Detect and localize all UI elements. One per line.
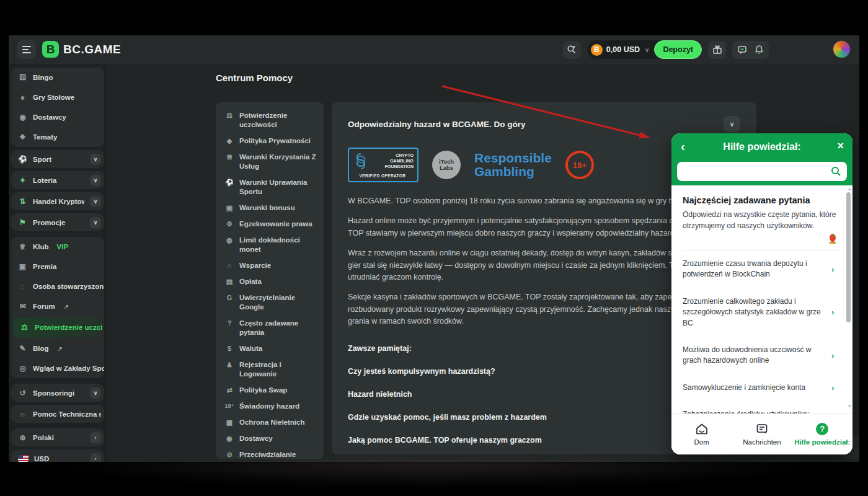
- help-topic-faq[interactable]: ?Często zadawane pytania: [224, 319, 317, 337]
- help-topic-providers[interactable]: ◉Dostawcy: [224, 434, 317, 443]
- sidebar-item-sports-insight[interactable]: ◎Wgląd w Zakłady Sportowe: [11, 358, 104, 378]
- help-topic-terms-of-service[interactable]: ≣Warunki Korzystania Z Usług: [224, 153, 317, 171]
- chat-icon[interactable]: [737, 45, 747, 55]
- crown-icon: ♕: [18, 242, 27, 251]
- hamburger-menu-button[interactable]: [17, 40, 36, 59]
- help-topic-provably-fair[interactable]: ⚖Potwierdzenie uczciwości: [224, 111, 317, 130]
- help-topic-privacy-policy[interactable]: ◆Polityka Prywatności: [224, 136, 317, 146]
- swap-icon: ⇄: [224, 386, 234, 395]
- help-topic-currency[interactable]: $Waluta: [224, 344, 317, 353]
- wallet-balance[interactable]: B 0,00 USD ∨ Depozyt: [587, 40, 702, 59]
- help-topic-support[interactable]: ∩Wsparcie: [224, 261, 317, 270]
- article-title: Odpowiedzialny hazard w BCGAME. Do góry: [348, 120, 526, 129]
- coins-icon: ▤: [224, 277, 234, 286]
- chat-nav-help[interactable]: ? Hilfe powiedział:: [792, 414, 852, 454]
- sidebar-item-provably-fair[interactable]: ⚖Potwierdzenie uczciwości: [13, 317, 102, 337]
- gift-icon: [712, 45, 722, 55]
- promotions-icon: ⚑: [18, 218, 27, 227]
- sports-insight-icon: ◎: [18, 364, 27, 373]
- sidebar-item-themes[interactable]: ❖Tematy: [11, 127, 104, 147]
- crypto-gambling-foundation-badge: CRYPTO GAMBLING FOUNDATION VERIFIED OPER…: [348, 148, 418, 182]
- help-topic-law-enforcement[interactable]: ⚙Egzekwowanie prawa: [224, 219, 317, 229]
- top-bar: B BC.GAME B 0,00 USD ∨ Depozyt: [9, 35, 859, 64]
- sidebar-item-lottery[interactable]: ✦Loteria∨: [11, 171, 104, 189]
- sidebar-item-bingo[interactable]: ⚄Bingo: [11, 68, 104, 87]
- app-window: B BC.GAME B 0,00 USD ∨ Depozyt: [9, 35, 859, 462]
- gift-icon: ▣: [224, 203, 234, 213]
- sidebar-item-vip-club[interactable]: ♕KlubVIP: [11, 237, 104, 257]
- help-topic-registration-login[interactable]: ♟Rejestracja i Logowanie: [224, 360, 317, 379]
- chat-header: ‹ Hilfe powiedział: ×: [671, 133, 852, 185]
- faq-item[interactable]: Samowykluczenie i zamknięcie konta ›: [683, 374, 844, 401]
- language-chevron-right-icon[interactable]: ›: [90, 432, 101, 443]
- providers-icon: ◉: [18, 113, 27, 122]
- help-topic-google-auth[interactable]: GUwierzytelnianie Google: [224, 293, 317, 312]
- chat-nav-messages[interactable]: Nachrichten: [732, 414, 792, 454]
- sidebar-item-table-games[interactable]: ♠Gry Stołowe: [11, 87, 104, 107]
- help-topic-coin-precision[interactable]: ◍Limit dokładności monet: [224, 236, 317, 254]
- faq-item[interactable]: Zrozumienie całkowitego zakładu i szczeg…: [683, 288, 844, 337]
- providers-icon: ◉: [224, 434, 234, 443]
- sidebar-item-live-support[interactable]: ∩Pomoc Techniczna na żywo: [11, 405, 104, 423]
- search-icon[interactable]: [831, 166, 841, 177]
- close-icon[interactable]: ×: [837, 140, 844, 153]
- promotions-expand-chevron-icon[interactable]: ∨: [90, 217, 101, 228]
- help-topic-sports-terms[interactable]: ⚽Warunki Uprawiania Sportu: [224, 178, 317, 197]
- scrollbar-up-icon[interactable]: ▴: [848, 187, 851, 192]
- deposit-button[interactable]: Depozyt: [654, 40, 702, 59]
- chat-search-input[interactable]: [683, 162, 826, 181]
- person-icon: ♟: [224, 360, 234, 379]
- sidebar-item-sponsorships[interactable]: ↺Sponsoringi∨: [11, 384, 104, 402]
- google-icon: G: [224, 293, 234, 312]
- cgf-line1: CRYPTO: [370, 153, 414, 158]
- sidebar-item-sport[interactable]: ⚽Sport∨: [11, 150, 104, 168]
- sidebar-item-crypto-trading[interactable]: ⇅Handel Kryptowaluta∨: [11, 192, 104, 210]
- sponsorships-expand-chevron-icon[interactable]: ∨: [90, 388, 101, 399]
- table-games-icon: ♠: [18, 93, 27, 102]
- affiliate-icon: ◌: [18, 282, 27, 291]
- help-topic-aware-gambling[interactable]: 18⁺Świadomy hazard: [224, 402, 317, 411]
- question-icon: ?: [224, 319, 234, 337]
- logo-text: BC.GAME: [63, 43, 121, 56]
- faq-item[interactable]: Możliwa do udowodnienia uczciwość w grac…: [683, 337, 844, 374]
- responsible-gambling-badge: Responsible Gambling: [474, 151, 552, 179]
- sidebar-item-providers[interactable]: ◉Dostawcy: [11, 107, 104, 127]
- sport-expand-chevron-icon[interactable]: ∨: [90, 154, 101, 165]
- chevron-down-icon: ∨: [729, 120, 734, 128]
- logo[interactable]: B BC.GAME: [42, 41, 121, 58]
- sidebar-item-promotions[interactable]: ⚑Promocje∨: [11, 213, 104, 231]
- lottery-expand-chevron-icon[interactable]: ∨: [90, 175, 101, 186]
- chat-nav-home[interactable]: Dom: [671, 414, 732, 454]
- sidebar-item-affiliate[interactable]: ◌Osoba stowarzyszona: [11, 277, 104, 296]
- scrollbar-down-icon[interactable]: ▾: [848, 404, 851, 409]
- faq-item[interactable]: Zabezpieczanie środków użytkownika: prze…: [683, 401, 844, 414]
- lottery-icon: ✦: [18, 176, 27, 185]
- 18-plus-badge: 18+: [565, 151, 594, 179]
- balance-chevron-down-icon[interactable]: ∨: [644, 46, 650, 53]
- sidebar-item-language[interactable]: ⊕Polski›: [11, 428, 104, 446]
- cgf-line2: GAMBLING: [370, 158, 414, 164]
- faq-item[interactable]: Zrozumienie czasu trwania depozytu i pot…: [683, 250, 844, 288]
- sidebar-item-bonus[interactable]: ▣Premia: [11, 257, 104, 277]
- help-topic-fees[interactable]: ▤Opłata: [224, 277, 317, 286]
- verified-operator-label: VERIFIED OPERATOR: [352, 174, 414, 180]
- chat-title: Hilfe powiedział:: [671, 141, 852, 153]
- chat-body: Najczęściej zadawane pytania Odpowiedzi …: [671, 185, 852, 414]
- help-topic-bonus-terms[interactable]: ▣Warunki bonusu: [224, 203, 317, 213]
- chat-scrollbar-thumb[interactable]: [846, 192, 851, 322]
- search-button[interactable]: [563, 41, 581, 59]
- sidebar-item-forum[interactable]: ✉Forum↗: [11, 296, 104, 316]
- collapse-article-button[interactable]: ∨: [724, 116, 740, 132]
- bell-icon[interactable]: [755, 45, 764, 55]
- sidebar-item-blog[interactable]: ✎Blog↗: [11, 339, 104, 358]
- help-topic-minor-protection[interactable]: ▦Ochrona Nieletnich: [224, 418, 317, 427]
- crypto-expand-chevron-icon[interactable]: ∨: [90, 196, 101, 207]
- help-topic-swap-policy[interactable]: ⇄Polityka Swap: [224, 386, 317, 395]
- 18-plus-icon: 18⁺: [224, 402, 234, 411]
- chevron-right-icon: ›: [831, 383, 834, 392]
- bingo-icon: ⚄: [18, 73, 27, 82]
- avatar[interactable]: [833, 40, 851, 58]
- help-topic-aml[interactable]: ⊘Przeciwdziałanie Praniu Pieniędzy: [224, 450, 317, 459]
- rewards-button[interactable]: [708, 41, 726, 59]
- sidebar-item-currency[interactable]: USD›: [11, 450, 104, 462]
